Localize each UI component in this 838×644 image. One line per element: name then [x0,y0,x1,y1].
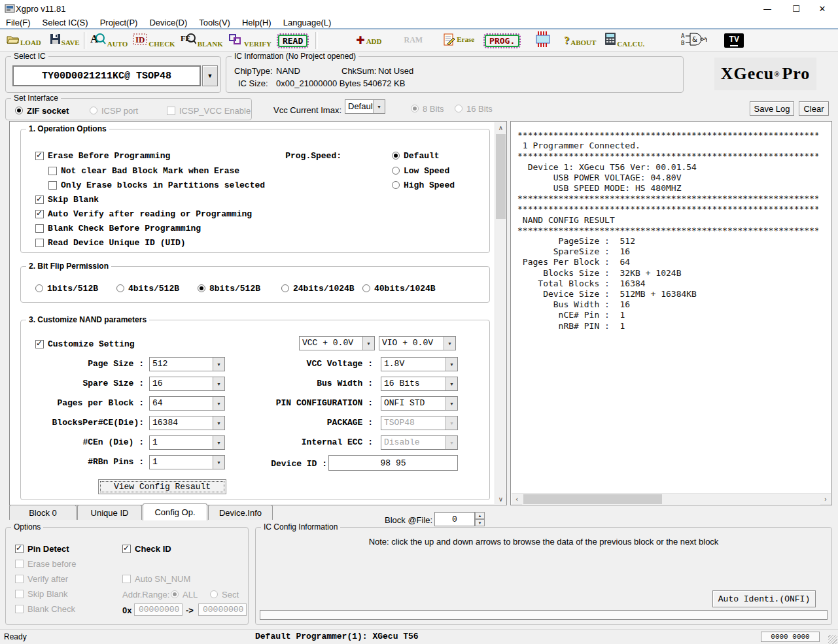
dropdown-arrow-icon[interactable]: ▼ [362,337,374,350]
checkbox-read-uid[interactable]: Read Device Unique ID (UID) [35,237,186,248]
page-size-select[interactable]: 512▼ [149,357,225,371]
vcc-imax-select[interactable]: Default ▼ [345,99,385,114]
auto-identify-onfi-button[interactable]: Auto Identi.(ONFI) [712,590,816,607]
ic-select-dropdown-button[interactable]: ▼ [202,65,218,86]
radio-24bits-1024b[interactable]: 24bits/1024B [281,283,355,294]
logic-test-button[interactable]: AB&Y [681,31,707,50]
dropdown-arrow-icon[interactable]: ▼ [213,436,224,449]
dropdown-arrow-icon[interactable]: ▼ [213,397,224,410]
close-button[interactable]: ✕ [809,0,835,17]
menu-select-ic[interactable]: Select IC(S) [37,18,94,27]
addr-to-field[interactable]: 00000000 [198,603,247,616]
radio-addr-sect[interactable]: Sect [210,589,239,600]
pin-configuration-select[interactable]: ONFI STD▼ [381,396,458,411]
dropdown-arrow-icon[interactable]: ▼ [213,416,224,430]
dropdown-arrow-icon[interactable]: ▼ [445,377,457,390]
save-button[interactable]: SAVE [50,34,80,46]
radio-zif-socket[interactable]: ZIF socket [15,105,69,116]
read-button[interactable]: READ [278,35,307,46]
tab-config-op[interactable]: Config Op. [143,503,207,520]
tv-mode-button[interactable]: TV [724,33,744,48]
rbn-pins-select[interactable]: 1▼ [149,455,225,469]
radio-speed-default[interactable]: Default [392,150,440,161]
minimize-button[interactable]: — [754,0,780,17]
scroll-right-arrow[interactable]: › [820,494,831,505]
checkbox-customize-setting[interactable]: Customize Setting [35,339,135,349]
scroll-up-arrow[interactable]: ∧ [495,122,506,133]
auto-button[interactable]: A AUTO [90,33,128,48]
checkbox-check-id[interactable]: Check ID [122,543,171,554]
check-id-button[interactable]: ID CHECK [133,33,175,48]
bus-width-select[interactable]: 16 Bits▼ [381,377,458,391]
scroll-down-arrow[interactable]: ∨ [495,494,506,504]
log-horizontal-scrollbar[interactable]: ‹ › [512,493,831,504]
radio-40bits-1024b[interactable]: 40bits/1024B [362,283,436,294]
tab-block-0[interactable]: Block 0 [9,505,77,520]
radio-4bits-512b[interactable]: 4bits/512B [116,283,179,294]
menu-language[interactable]: Language(L) [277,18,338,27]
tab-device-info[interactable]: Device.Info [208,505,273,520]
dropdown-arrow-icon[interactable]: ▼ [213,456,224,469]
menu-tools[interactable]: Tools(V) [193,18,236,27]
block-spin-up-button[interactable]: ▲ [475,512,485,519]
dropdown-arrow-icon[interactable]: ▼ [213,377,224,390]
checkbox-auto-sn-num[interactable]: Auto SN_NUM [122,573,190,584]
prog-button[interactable]: PROG. [485,35,519,46]
checkbox-skip-blank[interactable]: Skip Blank [35,194,99,205]
menu-project[interactable]: Project(P) [94,18,144,27]
radio-speed-high[interactable]: High Speed [392,180,455,190]
radio-addr-all[interactable]: ALL [171,589,198,600]
scroll-left-arrow[interactable]: ‹ [512,494,522,505]
checkbox-erase-before-programming[interactable]: Erase Before Programming [35,150,170,161]
dropdown-arrow-icon[interactable]: ▼ [373,100,385,113]
block-at-file-field[interactable]: 0 [434,512,475,526]
calculator-button[interactable]: CALCU. [605,33,644,48]
erase-button[interactable]: Erase [444,33,474,48]
menu-device[interactable]: Device(D) [143,18,193,27]
add-button[interactable]: ✚ ADD [356,36,381,45]
checkbox-auto-verify[interactable]: Auto Verify after reading or Programming [35,209,252,219]
checkbox-not-clear-bad-block[interactable]: Not clear Bad Block Mark when Erase [48,165,239,176]
spare-size-select[interactable]: 16▼ [149,377,225,391]
cen-die-select[interactable]: 1▼ [149,435,225,450]
dropdown-arrow-icon[interactable]: ▼ [445,397,457,410]
radio-8-bits[interactable]: 8 Bits [411,103,444,114]
radio-8bits-512b[interactable]: 8bits/512B [198,283,260,294]
checkbox-blank-check-bottom[interactable]: Blank Check [15,603,75,614]
dropdown-arrow-icon[interactable]: ▼ [444,337,455,350]
device-id-field[interactable]: 98 95 [328,455,458,471]
tab-unique-id[interactable]: Unique ID [77,505,142,520]
blank-check-button[interactable]: FE BLANK [181,33,223,48]
radio-icsp-port[interactable]: ICSP port [90,105,138,116]
menu-file[interactable]: File(F) [0,18,37,27]
config-panel-scrollbar[interactable]: ∧ ∨ [495,122,506,504]
save-log-button[interactable]: Save Log [750,101,794,116]
vio-offset-select[interactable]: VIO + 0.0V▼ [379,336,456,350]
checkbox-erase-before[interactable]: Erase before [15,558,76,569]
pages-per-block-select[interactable]: 64▼ [149,396,225,411]
dropdown-arrow-icon[interactable]: ▼ [213,358,224,371]
scrollbar-thumb[interactable] [523,494,662,504]
block-spin-down-button[interactable]: ▼ [475,519,485,526]
clear-button[interactable]: Clear [799,101,829,116]
verify-button[interactable]: VERIFY [228,33,271,48]
addr-from-field[interactable]: 00000000 [134,603,183,616]
scrollbar-thumb[interactable] [496,134,506,219]
checkbox-pin-detect[interactable]: Pin Detect [15,543,69,554]
menu-help[interactable]: Help(H) [236,18,277,27]
checkbox-icsp-vcc-enable[interactable]: ICSP_VCC Enable [167,105,251,116]
checkbox-skip-blank-bottom[interactable]: Skip Blank [15,588,67,599]
checkbox-blank-check-before[interactable]: Blank Check Before Programming [35,223,201,233]
about-button[interactable]: ? ABOUT [564,35,596,46]
checkbox-verify-after[interactable]: Verify after [15,573,68,584]
ic-select-combobox[interactable]: TY00D0021211KC@ TSOP48 [12,65,201,86]
blocks-per-ce-select[interactable]: 16384▼ [149,416,225,430]
radio-16-bits[interactable]: 16 Bits [455,103,493,114]
view-config-result-button[interactable]: View Config Resault [98,479,226,494]
dropdown-arrow-icon[interactable]: ▼ [445,358,457,371]
ram-button[interactable]: RAM [404,35,423,45]
chip-test-button[interactable] [534,31,552,50]
load-button[interactable]: LOAD [7,34,41,46]
radio-speed-low[interactable]: Low Speed [392,165,449,176]
vcc-voltage-select[interactable]: 1.8V▼ [381,357,458,371]
